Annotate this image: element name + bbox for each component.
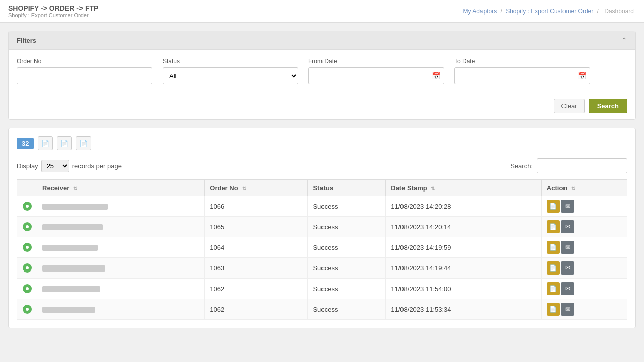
filters-header: Filters ⌃ <box>9 31 635 50</box>
to-date-label: To Date <box>454 58 590 65</box>
row-status: Success <box>308 279 386 299</box>
row-order-no: 1062 <box>205 279 308 299</box>
table-row: 1062Success11/08/2023 11:53:34📄✉ <box>17 299 627 320</box>
th-date-stamp: Date Stamp ⇅ <box>386 180 542 196</box>
receiver-blurred <box>42 245 98 251</box>
order-no-label: Order No <box>17 58 152 65</box>
action-doc-button[interactable]: 📄 <box>547 261 560 275</box>
receiver-blurred <box>42 265 105 272</box>
filters-title: Filters <box>17 37 36 44</box>
filters-collapse-icon[interactable]: ⌃ <box>621 36 627 44</box>
from-date-label: From Date <box>308 58 444 65</box>
action-doc-button[interactable]: 📄 <box>547 303 560 316</box>
row-receiver <box>37 237 205 258</box>
green-dot-icon <box>23 305 32 314</box>
status-select[interactable]: All Success Failed Pending <box>163 67 298 84</box>
app-subtitle: Shopify : Export Customer Order <box>8 12 98 18</box>
table-row: 1064Success11/08/2023 14:19:59📄✉ <box>17 237 627 258</box>
breadcrumb-my-adaptors[interactable]: My Adaptors <box>463 8 497 15</box>
th-action: Action ⇅ <box>541 180 627 196</box>
table-search-label: Search: <box>510 162 533 170</box>
row-receiver <box>37 217 205 237</box>
search-button[interactable]: Search <box>589 99 627 113</box>
action-mail-button[interactable]: ✉ <box>561 220 574 233</box>
receiver-blurred <box>42 224 103 230</box>
sort-action-icon[interactable]: ⇅ <box>571 186 575 191</box>
row-order-no: 1066 <box>205 196 308 217</box>
action-doc-button[interactable]: 📄 <box>547 200 560 213</box>
results-panel: 32 📄 📄 📄 Display 10 25 50 100 records pe… <box>8 128 636 328</box>
green-dot-icon <box>23 284 32 293</box>
order-no-input[interactable] <box>17 67 152 84</box>
action-mail-button[interactable]: ✉ <box>561 282 574 295</box>
to-date-icon[interactable]: 📅 <box>578 72 586 80</box>
row-action: 📄✉ <box>541 299 627 320</box>
filter-group-order-no: Order No <box>17 58 152 84</box>
breadcrumb-dashboard: Dashboard <box>604 8 634 15</box>
sort-order-no-icon[interactable]: ⇅ <box>242 186 246 191</box>
from-date-input[interactable] <box>308 67 444 84</box>
data-table: Receiver ⇅ Order No ⇅ Status Date Stamp … <box>17 179 627 320</box>
per-page-select[interactable]: 10 25 50 100 <box>41 160 69 172</box>
row-receiver <box>37 258 205 279</box>
clear-button[interactable]: Clear <box>554 99 585 113</box>
row-date-stamp: 11/08/2023 14:19:44 <box>386 258 542 279</box>
header: SHOPIFY -> ORDER -> FTP Shopify : Export… <box>0 0 644 23</box>
row-status-dot <box>17 279 37 299</box>
row-order-no: 1063 <box>205 258 308 279</box>
app-title: SHOPIFY -> ORDER -> FTP <box>8 4 98 12</box>
filters-panel: Filters ⌃ Order No Status All Success Fa… <box>8 31 636 120</box>
sort-date-icon[interactable]: ⇅ <box>431 186 435 191</box>
row-action: 📄✉ <box>541 217 627 237</box>
sort-receiver-icon[interactable]: ⇅ <box>73 186 77 191</box>
row-status: Success <box>308 299 386 320</box>
row-action: 📄✉ <box>541 237 627 258</box>
action-doc-button[interactable]: 📄 <box>547 220 560 233</box>
table-row: 1066Success11/08/2023 14:20:28📄✉ <box>17 196 627 217</box>
results-toolbar: 32 📄 📄 📄 <box>17 136 627 150</box>
th-status: Status <box>308 180 386 196</box>
filters-row: Order No Status All Success Failed Pendi… <box>17 58 627 84</box>
row-order-no: 1064 <box>205 237 308 258</box>
row-date-stamp: 11/08/2023 14:19:59 <box>386 237 542 258</box>
row-status: Success <box>308 196 386 217</box>
action-mail-button[interactable]: ✉ <box>561 241 574 254</box>
receiver-blurred <box>42 307 95 313</box>
to-date-input[interactable] <box>454 67 590 84</box>
row-status-dot <box>17 217 37 237</box>
status-label: Status <box>163 58 298 65</box>
row-order-no: 1062 <box>205 299 308 320</box>
row-status: Success <box>308 258 386 279</box>
breadcrumb-shopify-export[interactable]: Shopify : Export Customer Order <box>506 8 593 15</box>
row-status-dot <box>17 237 37 258</box>
row-date-stamp: 11/08/2023 14:20:28 <box>386 196 542 217</box>
from-date-icon[interactable]: 📅 <box>432 72 440 80</box>
export-pdf-button[interactable]: 📄 <box>76 136 91 150</box>
row-date-stamp: 11/08/2023 11:54:00 <box>386 279 542 299</box>
action-mail-button[interactable]: ✉ <box>561 261 574 275</box>
row-receiver <box>37 299 205 320</box>
filter-group-to-date: To Date 📅 <box>454 58 590 84</box>
green-dot-icon <box>23 202 32 211</box>
export-csv-button[interactable]: 📄 <box>38 136 53 150</box>
row-date-stamp: 11/08/2023 14:20:14 <box>386 217 542 237</box>
table-search-input[interactable] <box>537 158 627 173</box>
action-mail-button[interactable]: ✉ <box>561 303 574 316</box>
action-mail-button[interactable]: ✉ <box>561 200 574 213</box>
row-status-dot <box>17 299 37 320</box>
to-date-wrap: 📅 <box>454 67 590 84</box>
table-row: 1063Success11/08/2023 14:19:44📄✉ <box>17 258 627 279</box>
action-doc-button[interactable]: 📄 <box>547 241 560 254</box>
row-date-stamp: 11/08/2023 11:53:34 <box>386 299 542 320</box>
filters-actions: Clear Search <box>9 93 635 119</box>
table-header-row: Receiver ⇅ Order No ⇅ Status Date Stamp … <box>17 180 627 196</box>
receiver-blurred <box>42 286 100 292</box>
count-badge: 32 <box>17 138 34 149</box>
action-doc-button[interactable]: 📄 <box>547 282 560 295</box>
records-per-page-label: records per page <box>72 162 122 170</box>
display-left: Display 10 25 50 100 records per page <box>17 160 122 172</box>
green-dot-icon <box>23 263 32 273</box>
row-status-dot <box>17 196 37 217</box>
breadcrumb: My Adaptors / Shopify : Export Customer … <box>463 8 636 15</box>
export-excel-button[interactable]: 📄 <box>57 136 72 150</box>
